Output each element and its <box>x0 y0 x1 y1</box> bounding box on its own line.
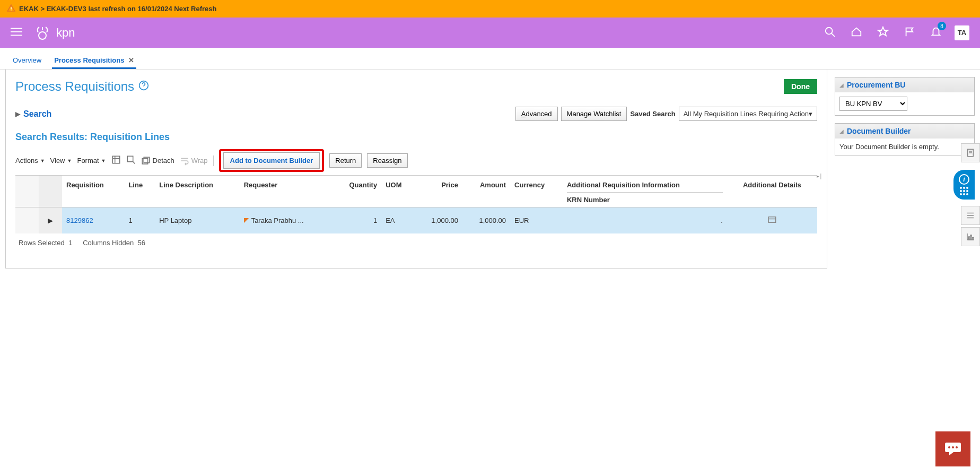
notifications-icon[interactable]: 8 <box>928 24 944 41</box>
col-additional-req-info[interactable]: Additional Requisition Information KRN N… <box>563 176 727 207</box>
svg-rect-3 <box>11 31 22 32</box>
svg-rect-2 <box>11 28 22 29</box>
view-menu[interactable]: View▼ <box>50 157 72 165</box>
collapse-icon: ◢ <box>839 82 844 88</box>
col-requisition[interactable]: Requisition <box>62 176 124 207</box>
section-title: Search Results: Requisition Lines <box>15 132 817 143</box>
svg-point-6 <box>826 28 833 34</box>
return-button[interactable]: Return <box>329 153 362 168</box>
tab-overview[interactable]: Overview <box>11 53 43 69</box>
saved-search-select[interactable]: All My Requisition Lines Requiring Actio… <box>679 107 817 121</box>
col-uom[interactable]: UOM <box>381 176 415 207</box>
col-quantity[interactable]: Quantity <box>332 176 381 207</box>
svg-rect-25 <box>968 237 969 240</box>
col-currency[interactable]: Currency <box>510 176 563 207</box>
expand-icon: ▶ <box>15 110 20 118</box>
warning-icon <box>6 3 16 14</box>
document-builder-header[interactable]: ◢ Document Builder <box>835 124 974 139</box>
page-tabs: Overview Process Requisitions ✕ <box>0 48 980 70</box>
flag-icon[interactable] <box>902 24 917 41</box>
col-amount[interactable]: Amount <box>462 176 510 207</box>
actions-menu[interactable]: Actions▼ <box>15 157 45 165</box>
favorites-icon[interactable] <box>875 24 891 41</box>
col-line-description[interactable]: Line Description <box>155 176 239 207</box>
advanced-button[interactable]: Advanced <box>515 107 558 121</box>
procurement-bu-header[interactable]: ◢ Procurement BU <box>835 77 974 92</box>
col-additional-details[interactable]: Additional Details <box>727 176 817 207</box>
chevron-down-icon: ▾ <box>809 110 812 118</box>
col-requester[interactable]: Requester <box>240 176 332 207</box>
done-button[interactable]: Done <box>784 79 817 94</box>
info-widget[interactable]: i <box>953 170 975 200</box>
svg-line-7 <box>832 33 835 37</box>
table-splitter-icon[interactable]: ▸│ <box>817 174 822 179</box>
row-selector[interactable] <box>15 207 39 234</box>
brand-logo[interactable]: kpn <box>33 25 75 41</box>
side-widget-doc-icon[interactable] <box>961 143 980 162</box>
reassign-button[interactable]: Reassign <box>367 153 407 168</box>
brand-name: kpn <box>56 26 75 40</box>
svg-rect-26 <box>970 235 972 240</box>
collapse-icon: ◢ <box>839 128 844 134</box>
menu-icon[interactable] <box>11 26 22 39</box>
side-widget-chart-icon[interactable] <box>961 227 980 246</box>
wrap-button: Wrap <box>180 156 208 166</box>
user-avatar[interactable]: TA <box>955 25 969 40</box>
page-title: Process Requisitions <box>15 79 149 94</box>
table-footer: Rows Selected 1 Columns Hidden 56 <box>15 233 817 252</box>
home-icon[interactable] <box>848 24 864 41</box>
svg-point-5 <box>39 32 46 39</box>
help-icon[interactable] <box>138 79 149 94</box>
col-price[interactable]: Price <box>415 176 462 207</box>
additional-details-icon[interactable] <box>767 218 777 226</box>
side-widget-list-icon[interactable] <box>961 206 980 225</box>
row-expand-icon[interactable]: ▶ <box>39 207 62 234</box>
svg-rect-1 <box>11 10 12 11</box>
close-tab-icon[interactable]: ✕ <box>128 56 134 64</box>
document-builder-empty-text: Your Document Builder is empty. <box>839 143 939 151</box>
query-by-example-icon[interactable] <box>126 155 136 166</box>
global-header: kpn 8 TA <box>0 18 980 48</box>
col-line[interactable]: Line <box>124 176 155 207</box>
notification-badge: 8 <box>938 22 946 30</box>
saved-search-label: Saved Search <box>630 110 675 118</box>
freeze-icon[interactable] <box>111 155 121 166</box>
svg-rect-12 <box>127 156 133 162</box>
svg-rect-4 <box>11 35 22 36</box>
search-icon[interactable] <box>822 24 838 41</box>
table-toolbar: Actions▼ View▼ Format▼ Detach Wrap <box>15 149 817 176</box>
document-builder-panel: ◢ Document Builder Your Document Builder… <box>835 123 975 155</box>
svg-rect-27 <box>973 238 974 240</box>
highlight-annotation: Add to Document Builder <box>219 149 325 172</box>
procurement-bu-panel: ◢ Procurement BU BU KPN BV <box>835 77 975 116</box>
search-toggle[interactable]: ▶ Search <box>15 109 51 119</box>
svg-rect-0 <box>11 7 12 10</box>
manage-watchlist-button[interactable]: Manage Watchlist <box>561 107 627 121</box>
add-to-document-builder-button[interactable]: Add to Document Builder <box>223 152 320 169</box>
svg-rect-9 <box>112 156 120 163</box>
procurement-bu-select[interactable]: BU KPN BV <box>839 97 907 111</box>
svg-rect-15 <box>768 217 776 223</box>
environment-banner: EKAK > EKAK-DEV3 last refresh on 16/01/2… <box>0 0 980 18</box>
requisition-lines-table: Requisition Line Line Description Reques… <box>15 176 817 233</box>
requester-flag-icon <box>244 218 249 223</box>
detach-button[interactable]: Detach <box>141 156 174 166</box>
tab-process-requisitions[interactable]: Process Requisitions ✕ <box>52 53 136 69</box>
table-row[interactable]: ▶ 8129862 1 HP Laptop Taraka Prabhu ... … <box>15 207 817 234</box>
format-menu[interactable]: Format▼ <box>77 157 106 165</box>
requisition-link[interactable]: 8129862 <box>66 217 93 224</box>
environment-text: EKAK > EKAK-DEV3 last refresh on 16/01/2… <box>19 5 216 13</box>
